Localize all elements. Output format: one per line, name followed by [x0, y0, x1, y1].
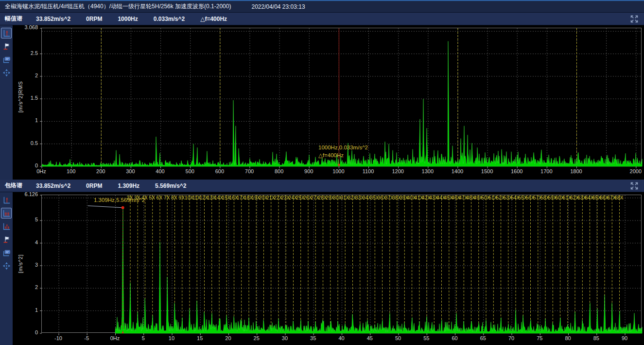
x-tick-label: 80 — [565, 335, 571, 341]
harmonic-order-label: 9X — [179, 195, 185, 200]
y-tick-label: 2 — [9, 284, 38, 290]
cursor-base-marker — [122, 332, 123, 333]
y-tick-label: 4 — [9, 239, 38, 245]
x-tick-label: 40 — [338, 335, 344, 341]
stat-value: 0RPM — [86, 16, 102, 22]
x-tick-label: -5 — [84, 335, 89, 341]
x-tick-label: 1700 — [540, 168, 552, 174]
stats-amplitude: 33.852m/s^20RPM1000Hz0.033m/s^2△f=400Hz — [36, 16, 243, 22]
expand-icon[interactable] — [630, 182, 639, 190]
x-tick-label: 35 — [310, 335, 316, 341]
stat-value: 1000Hz — [118, 16, 138, 22]
x-tick-label: 1400 — [452, 168, 463, 174]
peak-marker-dot[interactable] — [122, 206, 124, 209]
x-tick-label: 900 — [304, 168, 313, 174]
x-tick-label: 50 — [395, 335, 401, 341]
cursor-marker[interactable] — [338, 164, 340, 166]
x-tick-label: 85 — [593, 335, 599, 341]
x-tick-label: 300 — [126, 168, 135, 174]
x-tick-label: 1500 — [481, 168, 493, 174]
x-tick-label: 55 — [423, 335, 429, 341]
harmonic-order-label: 6X — [157, 195, 162, 200]
y-tick-label: 0 — [9, 163, 38, 168]
y-tick-label: 1 — [9, 117, 38, 123]
x-tick-label: 800 — [275, 168, 283, 174]
harmonic-order-label: 5X — [149, 195, 155, 200]
y-tick-label: 0.5 — [9, 140, 38, 146]
y-tick-label: 3 — [9, 262, 38, 268]
annotation-leader-line — [88, 206, 123, 208]
x-tick-label: 90 — [622, 335, 627, 341]
x-tick-label: 700 — [245, 168, 254, 174]
panel-label-envelope: 包络谱 — [5, 182, 22, 190]
stat-value: 33.852m/s^2 — [36, 16, 70, 22]
stat-value: 5.569m/s^2 — [155, 182, 186, 189]
x-tick-label: 2000 — [630, 168, 642, 174]
x-tick-label: -10 — [54, 335, 62, 341]
cursor-annotation-envelope: 1.309Hz,5.569m/s^2 — [94, 196, 145, 204]
toolbar-amplitude — [0, 25, 13, 180]
x-tick-label: 100 — [67, 168, 75, 174]
tool-sideband-cursor-icon[interactable] — [1, 221, 12, 232]
harmonic-order-label: 7X — [164, 195, 170, 200]
x-tick-label: 1300 — [422, 168, 434, 174]
x-tick-label: 20 — [225, 335, 231, 341]
stat-value: 0RPM — [86, 182, 102, 189]
y-tick-label: 3.068 — [9, 24, 38, 30]
cursor-annotation-amplitude: 1000Hz,0.033m/s^2 △f=400Hz — [318, 144, 368, 159]
stat-value: △f=400Hz — [200, 16, 227, 22]
x-tick-label: 1000 — [332, 168, 344, 174]
amplitude-chart-region: [m/s^2]RMS 1000Hz,0.033m/s^2 △f=400Hz 00… — [0, 25, 644, 180]
y-tick-label: 0 — [9, 329, 38, 335]
y-tick-label: 1 — [9, 307, 38, 313]
x-tick-label: 15 — [197, 335, 203, 341]
timestamp: 2022/04/04 23:03:13 — [251, 3, 305, 10]
measurement-path-title: 全椒海螺水泥/辊压机/4#辊压机（4940）/动辊一级行星轮5H/256k 加速… — [5, 2, 231, 11]
tool-label-window-icon[interactable] — [1, 247, 12, 258]
x-tick-label: 0Hz — [36, 168, 46, 174]
stat-value: 0.033m/s^2 — [154, 16, 185, 22]
x-tick-label: 1100 — [363, 168, 374, 174]
x-tick-label: 500 — [186, 168, 194, 174]
cursor-value-text: 1000Hz,0.033m/s^2 — [318, 144, 368, 151]
envelope-spectrum-plot[interactable] — [41, 195, 642, 333]
expand-icon[interactable] — [630, 15, 639, 23]
x-tick-label: 45 — [367, 335, 373, 341]
x-tick-label: 10 — [169, 335, 174, 341]
x-tick-label: 200 — [96, 168, 105, 174]
y-tick-label: 1.5 — [9, 95, 38, 101]
x-tick-label: 1600 — [511, 168, 522, 174]
harmonic-order-label: 8X — [171, 195, 177, 200]
infobar-amplitude-spectrum: 幅值谱 33.852m/s^20RPM1000Hz0.033m/s^2△f=40… — [0, 13, 644, 25]
spectrum-trace — [115, 208, 642, 333]
window-titlebar: 全椒海螺水泥/辊压机/4#辊压机（4940）/动辊一级行星轮5H/256k 加速… — [0, 0, 644, 13]
x-tick-label: 600 — [215, 168, 224, 174]
vibration-analysis-window: 全椒海螺水泥/辊压机/4#辊压机（4940）/动辊一级行星轮5H/256k 加速… — [0, 0, 644, 345]
x-tick-label: 400 — [156, 168, 164, 174]
x-tick-label: 25 — [254, 335, 260, 341]
infobar-envelope-spectrum: 包络谱 33.852m/s^20RPM1.309Hz5.569m/s^2 — [0, 180, 644, 192]
stat-value: 33.852m/s^2 — [36, 182, 70, 189]
y-tick-label: 6.126 — [9, 191, 38, 197]
x-tick-label: 75 — [537, 335, 542, 341]
x-tick-label: 60 — [452, 335, 457, 341]
y-tick-label: 2.5 — [9, 50, 38, 56]
toolbar-envelope — [0, 192, 13, 345]
cursor-value-text: 1.309Hz,5.569m/s^2 — [94, 196, 145, 204]
panel-label-amplitude: 幅值谱 — [5, 15, 22, 23]
envelope-chart-region: [m/s^2] 1.309Hz,5.569m/s^2 0123456.126-1… — [0, 192, 644, 345]
cursor-delta-text: △f=400Hz — [318, 151, 368, 159]
x-tick-label: 1800 — [570, 168, 582, 174]
stats-envelope: 33.852m/s^20RPM1.309Hz5.569m/s^2 — [36, 182, 202, 189]
x-tick-label: 65 — [480, 335, 486, 341]
harmonic-order-label: 68X — [615, 195, 624, 200]
stat-value: 1.309Hz — [118, 182, 139, 189]
x-tick-label: 0Hz — [110, 335, 120, 341]
x-tick-label: 70 — [508, 335, 514, 341]
y-tick-label: 5 — [9, 217, 38, 222]
x-tick-label: 30 — [282, 335, 288, 341]
y-tick-label: 2 — [9, 73, 38, 78]
x-tick-label: 5 — [142, 335, 145, 341]
x-tick-label: 1200 — [392, 168, 403, 174]
